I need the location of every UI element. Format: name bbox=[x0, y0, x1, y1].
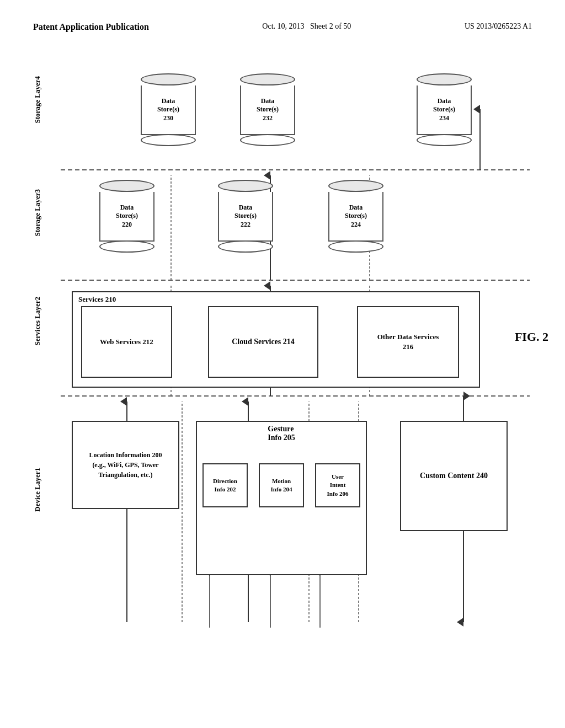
user-intent-box: UserIntentInfo 206 bbox=[315, 463, 360, 507]
data-store-230: DataStore(s)230 bbox=[138, 73, 199, 146]
motion-info-box: MotionInfo 204 bbox=[259, 463, 304, 507]
layer3-label: Storage Layer3 bbox=[33, 189, 42, 237]
services-outer-box: Services 210 Web Services 212 Cloud Serv… bbox=[72, 291, 480, 388]
gesture-info-label: GestureInfo 205 bbox=[268, 425, 295, 442]
data-store-232: DataStore(s)232 bbox=[237, 73, 298, 146]
custom-content-box: Custom Content 240 bbox=[400, 421, 508, 531]
layer4-label: Storage Layer4 bbox=[33, 76, 42, 124]
publication-number: US 2013/0265223 A1 bbox=[465, 22, 532, 31]
location-info-box: Location Information 200(e.g., WiFi, GPS… bbox=[72, 421, 179, 509]
gesture-info-outer-box: GestureInfo 205 DirectionInfo 202 Motion… bbox=[196, 421, 367, 575]
figure-label: FIG. 2 bbox=[515, 330, 548, 344]
data-store-224: DataStore(s)224 bbox=[326, 180, 386, 253]
publication-title: Patent Application Publication bbox=[33, 22, 149, 32]
direction-info-box: DirectionInfo 202 bbox=[202, 463, 248, 507]
publication-date: Oct. 10, 2013 bbox=[262, 22, 304, 30]
layer1-label: Device Layer1 bbox=[33, 468, 42, 512]
page-header: Patent Application Publication Oct. 10, … bbox=[0, 0, 565, 43]
data-store-234: DataStore(s)234 bbox=[414, 73, 475, 146]
services-label: Services 210 bbox=[78, 295, 116, 304]
other-services-box: Other Data Services216 bbox=[357, 306, 459, 378]
data-store-220: DataStore(s)220 bbox=[97, 180, 157, 253]
data-store-222: DataStore(s)222 bbox=[215, 180, 276, 253]
publication-info: Oct. 10, 2013 Sheet 2 of 50 bbox=[262, 22, 351, 31]
sheet-info: Sheet 2 of 50 bbox=[310, 22, 351, 30]
diagram-area: Storage Layer4 DataStore(s)230 DataStore… bbox=[0, 43, 565, 694]
layer2-label: Services Layer2 bbox=[33, 297, 42, 345]
web-services-box: Web Services 212 bbox=[81, 306, 172, 378]
cloud-services-box: Cloud Services 214 bbox=[208, 306, 318, 378]
